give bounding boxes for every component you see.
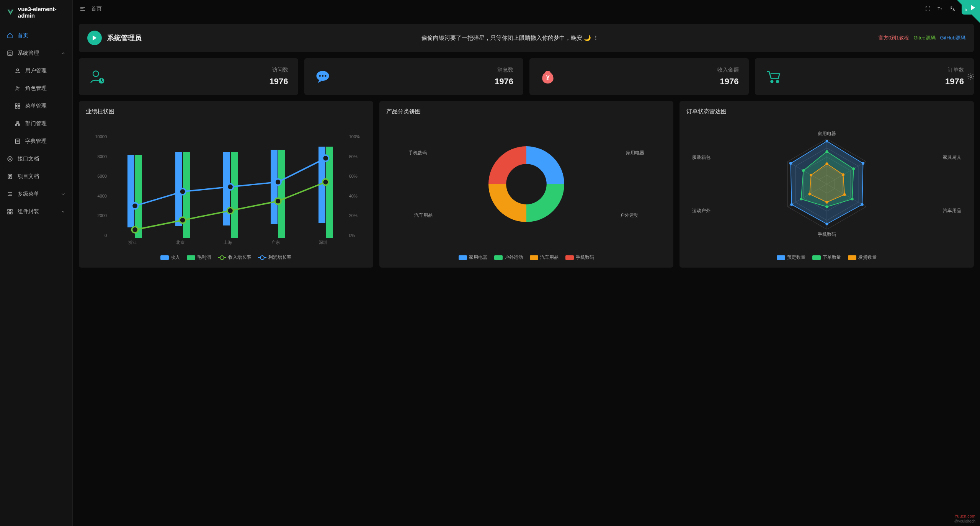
x-axis: 浙江 北京 上海 广东 深圳 <box>109 240 347 245</box>
collapse-icon[interactable] <box>80 6 86 12</box>
content: 系统管理员 偷偷向银河要了一把碎星，只等你闭上眼睛撒入你的梦中，晚安 🌙 ！ 官… <box>73 18 980 526</box>
pie-legend: 家用电器 户外运动 汽车用品 手机数码 <box>386 254 667 261</box>
donut-svg <box>484 142 568 226</box>
breadcrumb: 首页 <box>91 5 102 12</box>
svg-point-83 <box>808 193 811 195</box>
sidebar-item-label: 首页 <box>18 32 65 39</box>
sidebar-item-label: 菜单管理 <box>25 103 65 109</box>
svg-point-84 <box>810 174 812 176</box>
cart-icon <box>765 68 782 85</box>
visitor-icon <box>89 68 106 85</box>
sidebar-item-dict[interactable]: 字典管理 <box>0 132 72 150</box>
money-icon: ¥ <box>539 68 556 85</box>
watermark: Yuucn.com @youlaitech <box>954 513 975 524</box>
svg-rect-26 <box>10 212 12 214</box>
y-axis-left: 10000 8000 6000 4000 2000 0 <box>86 134 107 238</box>
stat-value: 1976 <box>945 77 964 87</box>
pie-chart-body: 家用电器 户外运动 汽车用品 手机数码 家用电器 户外运动 汽车用品 手机数码 <box>386 131 667 261</box>
sidebar-item-label: 角色管理 <box>25 85 65 92</box>
radar-legend: 预定数量 下单数量 发货数量 <box>686 254 967 261</box>
link-github[interactable]: GitHub源码 <box>940 34 965 41</box>
corner-ribbon[interactable] <box>957 0 980 23</box>
chart-title: 订单状态雷达图 <box>686 108 967 115</box>
stat-value: 1976 <box>270 77 288 87</box>
svg-point-79 <box>825 162 828 165</box>
fontsize-icon[interactable]: TT <box>937 6 943 12</box>
sidebar-item-home[interactable]: 首页 <box>0 27 72 44</box>
svg-point-35 <box>319 75 321 77</box>
pie-label: 手机数码 <box>408 150 427 156</box>
sidebar-item-system[interactable]: 系统管理 <box>0 44 72 62</box>
message-icon <box>314 68 331 85</box>
sidebar-item-multilevel[interactable]: 多级菜单 <box>0 185 72 203</box>
svg-rect-0 <box>8 51 12 56</box>
sidebar-item-roles[interactable]: 角色管理 <box>0 80 72 97</box>
svg-point-73 <box>825 150 828 153</box>
sidebar-item-label: 多级菜单 <box>18 191 56 198</box>
svg-point-74 <box>852 167 855 170</box>
chart-title: 产品分类饼图 <box>386 108 667 115</box>
app-name: vue3-element-admin <box>18 6 65 19</box>
svg-point-71 <box>790 203 793 206</box>
doc-icon <box>7 173 13 180</box>
sidebar-item-project-doc[interactable]: 项目文档 <box>0 168 72 185</box>
sidebar-item-label: 接口文档 <box>18 155 65 162</box>
radar-chart-body: 家用电器 家具厨具 汽车用品 手机数码 运动户外 服装箱包 预定数量 下单数量 … <box>686 131 967 261</box>
svg-point-40 <box>776 80 779 83</box>
pie-chart-card: 产品分类饼图 家用电器 户外运动 汽车 <box>379 101 674 268</box>
stat-label: 访问数 <box>270 67 288 74</box>
stat-visits: 访问数1976 <box>79 58 298 95</box>
multilevel-icon <box>7 191 13 197</box>
user-icon <box>15 68 21 74</box>
fullscreen-icon[interactable] <box>925 6 931 12</box>
menu-icon <box>15 103 21 109</box>
component-icon <box>7 209 13 215</box>
chart-title: 业绩柱状图 <box>86 108 366 115</box>
sidebar-item-label: 字典管理 <box>25 138 65 145</box>
svg-rect-10 <box>15 124 17 126</box>
stats-row: 访问数1976 消息数1976 ¥ 收入金额1976 订单数1976 <box>79 58 974 95</box>
stat-label: 收入金额 <box>717 67 739 74</box>
svg-rect-7 <box>15 106 17 108</box>
translate-icon[interactable] <box>949 6 956 12</box>
sidebar-item-menus[interactable]: 菜单管理 <box>0 97 72 115</box>
svg-point-4 <box>18 87 19 88</box>
chevron-down-icon <box>61 209 65 214</box>
link-tutorial[interactable]: 官方0到1教程 <box>879 34 909 41</box>
sidebar-item-api-doc[interactable]: 接口文档 <box>0 150 72 168</box>
svg-point-75 <box>851 198 853 200</box>
svg-point-52 <box>506 164 547 204</box>
svg-point-32 <box>93 71 99 77</box>
sidebar-item-dept[interactable]: 部门管理 <box>0 115 72 132</box>
svg-rect-5 <box>15 104 17 106</box>
admin-avatar <box>87 31 102 45</box>
settings-gear-icon[interactable] <box>967 73 975 80</box>
svg-point-39 <box>771 80 773 83</box>
stat-label: 消息数 <box>495 67 513 74</box>
sidebar-menu: 首页 系统管理 用户管理 角色管理 菜单管理 部门管理 <box>0 25 72 526</box>
logo-area: vue3-element-admin <box>0 0 72 25</box>
banner-links: 官方0到1教程 Gitee源码 GitHub源码 <box>879 34 965 41</box>
vue-logo-icon <box>7 8 14 16</box>
svg-point-76 <box>825 206 828 208</box>
welcome-banner: 系统管理员 偷偷向银河要了一把碎星，只等你闭上眼睛撒入你的梦中，晚安 🌙 ！ 官… <box>79 24 974 52</box>
dept-icon <box>15 121 21 127</box>
sidebar-item-label: 系统管理 <box>18 50 56 57</box>
svg-point-67 <box>825 140 828 142</box>
topbar-left: 首页 <box>80 5 102 12</box>
bar-area <box>109 134 347 238</box>
topbar: 首页 TT <box>73 0 980 18</box>
svg-rect-25 <box>8 212 10 214</box>
link-gitee[interactable]: Gitee源码 <box>913 34 935 41</box>
sidebar-item-label: 组件封装 <box>18 208 56 215</box>
stat-income: ¥ 收入金额1976 <box>529 58 749 95</box>
pie-label: 汽车用品 <box>414 212 433 219</box>
svg-point-69 <box>861 203 863 206</box>
svg-point-70 <box>825 222 828 225</box>
svg-point-78 <box>802 169 805 172</box>
sidebar-item-users[interactable]: 用户管理 <box>0 62 72 80</box>
bar-legend: 收入 毛利润 收入增长率 利润增长率 <box>86 254 366 261</box>
role-icon <box>15 85 21 91</box>
chevron-down-icon <box>61 192 65 196</box>
sidebar-item-components[interactable]: 组件封装 <box>0 203 72 221</box>
